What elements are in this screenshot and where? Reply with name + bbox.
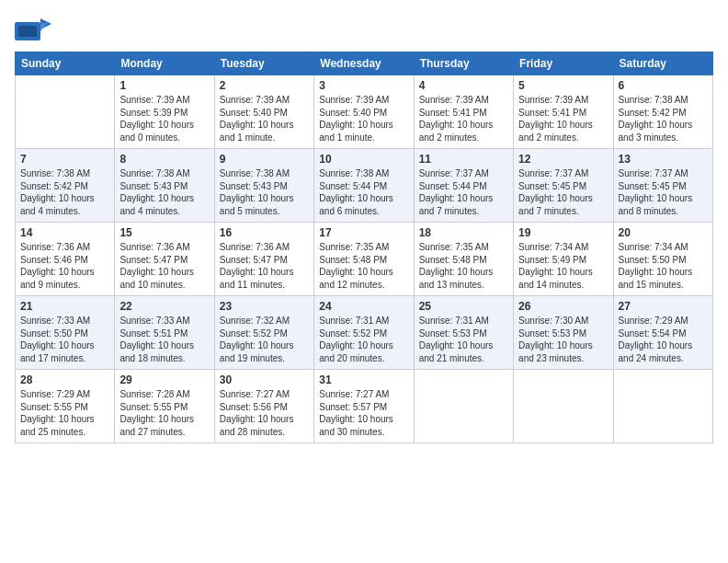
day-number: 21: [20, 300, 109, 313]
calendar-cell: 13Sunrise: 7:37 AM Sunset: 5:45 PM Dayli…: [613, 149, 712, 223]
day-number: 7: [20, 153, 109, 166]
day-number: 20: [619, 226, 708, 239]
calendar-week-4: 21Sunrise: 7:33 AM Sunset: 5:50 PM Dayli…: [16, 296, 713, 370]
day-info: Sunrise: 7:33 AM Sunset: 5:51 PM Dayligh…: [119, 315, 209, 364]
day-info: Sunrise: 7:37 AM Sunset: 5:44 PM Dayligh…: [419, 167, 508, 217]
calendar-cell: 22Sunrise: 7:33 AM Sunset: 5:51 PM Dayli…: [115, 296, 214, 370]
day-info: Sunrise: 7:29 AM Sunset: 5:54 PM Dayligh…: [619, 315, 708, 364]
calendar-header-saturday: Saturday: [613, 52, 712, 75]
calendar-cell: 24Sunrise: 7:31 AM Sunset: 5:52 PM Dayli…: [314, 296, 414, 370]
day-number: 8: [119, 153, 209, 166]
day-number: 9: [220, 153, 309, 166]
day-number: 19: [518, 226, 608, 239]
day-number: 14: [20, 226, 109, 239]
day-info: Sunrise: 7:38 AM Sunset: 5:43 PM Dayligh…: [119, 167, 209, 217]
day-info: Sunrise: 7:36 AM Sunset: 5:46 PM Dayligh…: [20, 241, 109, 291]
day-number: 28: [20, 373, 109, 386]
calendar-cell: 12Sunrise: 7:37 AM Sunset: 5:45 PM Dayli…: [514, 149, 613, 223]
day-info: Sunrise: 7:39 AM Sunset: 5:41 PM Dayligh…: [518, 94, 608, 144]
calendar-cell: 9Sunrise: 7:38 AM Sunset: 5:43 PM Daylig…: [214, 149, 313, 223]
calendar-cell: 29Sunrise: 7:28 AM Sunset: 5:55 PM Dayli…: [115, 370, 214, 443]
calendar-cell: [16, 75, 115, 149]
day-number: 13: [619, 153, 708, 166]
day-number: 25: [419, 300, 508, 313]
day-info: Sunrise: 7:39 AM Sunset: 5:39 PM Dayligh…: [119, 94, 209, 144]
day-number: 10: [319, 153, 408, 166]
day-info: Sunrise: 7:38 AM Sunset: 5:42 PM Dayligh…: [20, 167, 109, 217]
day-info: Sunrise: 7:36 AM Sunset: 5:47 PM Dayligh…: [220, 241, 309, 291]
calendar-week-1: 1Sunrise: 7:39 AM Sunset: 5:39 PM Daylig…: [16, 75, 713, 149]
day-number: 4: [419, 79, 508, 92]
day-info: Sunrise: 7:38 AM Sunset: 5:42 PM Dayligh…: [619, 94, 708, 144]
day-number: 23: [220, 300, 309, 313]
day-info: Sunrise: 7:37 AM Sunset: 5:45 PM Dayligh…: [619, 167, 708, 217]
day-info: Sunrise: 7:34 AM Sunset: 5:49 PM Dayligh…: [518, 241, 608, 291]
calendar-header-sunday: Sunday: [16, 52, 115, 75]
calendar-week-2: 7Sunrise: 7:38 AM Sunset: 5:42 PM Daylig…: [16, 149, 713, 223]
day-info: Sunrise: 7:38 AM Sunset: 5:44 PM Dayligh…: [319, 167, 408, 217]
day-info: Sunrise: 7:35 AM Sunset: 5:48 PM Dayligh…: [419, 241, 508, 291]
calendar-header-thursday: Thursday: [414, 52, 513, 75]
calendar-cell: 4Sunrise: 7:39 AM Sunset: 5:41 PM Daylig…: [414, 75, 513, 149]
day-number: 11: [419, 153, 508, 166]
calendar-cell: 14Sunrise: 7:36 AM Sunset: 5:46 PM Dayli…: [16, 223, 115, 296]
day-number: 16: [220, 226, 309, 239]
day-info: Sunrise: 7:34 AM Sunset: 5:50 PM Dayligh…: [619, 241, 708, 291]
day-number: 17: [319, 226, 408, 239]
calendar-cell: 8Sunrise: 7:38 AM Sunset: 5:43 PM Daylig…: [115, 149, 214, 223]
day-number: 27: [619, 300, 708, 313]
calendar-cell: 26Sunrise: 7:30 AM Sunset: 5:53 PM Dayli…: [514, 296, 613, 370]
calendar-cell: 7Sunrise: 7:38 AM Sunset: 5:42 PM Daylig…: [16, 149, 115, 223]
day-info: Sunrise: 7:31 AM Sunset: 5:52 PM Dayligh…: [319, 315, 408, 364]
calendar-cell: 19Sunrise: 7:34 AM Sunset: 5:49 PM Dayli…: [514, 223, 613, 296]
calendar-cell: 27Sunrise: 7:29 AM Sunset: 5:54 PM Dayli…: [613, 296, 712, 370]
day-number: 6: [619, 79, 708, 92]
day-number: 31: [319, 373, 408, 386]
calendar-cell: 31Sunrise: 7:27 AM Sunset: 5:57 PM Dayli…: [314, 370, 414, 443]
day-info: Sunrise: 7:33 AM Sunset: 5:50 PM Dayligh…: [20, 315, 109, 364]
day-info: Sunrise: 7:39 AM Sunset: 5:40 PM Dayligh…: [319, 94, 408, 144]
day-number: 2: [220, 79, 309, 92]
calendar-header-wednesday: Wednesday: [314, 52, 414, 75]
calendar-cell: 20Sunrise: 7:34 AM Sunset: 5:50 PM Dayli…: [613, 223, 712, 296]
calendar-week-3: 14Sunrise: 7:36 AM Sunset: 5:46 PM Dayli…: [16, 223, 713, 296]
calendar-cell: 23Sunrise: 7:32 AM Sunset: 5:52 PM Dayli…: [214, 296, 313, 370]
day-info: Sunrise: 7:39 AM Sunset: 5:40 PM Dayligh…: [220, 94, 309, 144]
calendar-cell: [613, 370, 712, 443]
calendar-cell: 15Sunrise: 7:36 AM Sunset: 5:47 PM Dayli…: [115, 223, 214, 296]
calendar-cell: 2Sunrise: 7:39 AM Sunset: 5:40 PM Daylig…: [214, 75, 313, 149]
svg-rect-1: [18, 26, 37, 37]
day-info: Sunrise: 7:37 AM Sunset: 5:45 PM Dayligh…: [518, 167, 608, 217]
calendar-cell: 25Sunrise: 7:31 AM Sunset: 5:53 PM Dayli…: [414, 296, 513, 370]
calendar-cell: [514, 370, 613, 443]
calendar-cell: 5Sunrise: 7:39 AM Sunset: 5:41 PM Daylig…: [514, 75, 613, 149]
day-number: 26: [518, 300, 608, 313]
day-number: 5: [518, 79, 608, 92]
day-info: Sunrise: 7:27 AM Sunset: 5:57 PM Dayligh…: [319, 388, 408, 438]
day-number: 3: [319, 79, 408, 92]
calendar-cell: 1Sunrise: 7:39 AM Sunset: 5:39 PM Daylig…: [115, 75, 214, 149]
day-number: 24: [319, 300, 408, 313]
day-info: Sunrise: 7:28 AM Sunset: 5:55 PM Dayligh…: [119, 388, 209, 438]
calendar-cell: 21Sunrise: 7:33 AM Sunset: 5:50 PM Dayli…: [16, 296, 115, 370]
day-info: Sunrise: 7:31 AM Sunset: 5:53 PM Dayligh…: [419, 315, 508, 364]
calendar-cell: 28Sunrise: 7:29 AM Sunset: 5:55 PM Dayli…: [16, 370, 115, 443]
day-number: 18: [419, 226, 508, 239]
day-info: Sunrise: 7:32 AM Sunset: 5:52 PM Dayligh…: [220, 315, 309, 364]
logo: [15, 15, 55, 44]
calendar-header-friday: Friday: [514, 52, 613, 75]
day-number: 30: [220, 373, 309, 386]
day-info: Sunrise: 7:30 AM Sunset: 5:53 PM Dayligh…: [518, 315, 608, 364]
day-info: Sunrise: 7:39 AM Sunset: 5:41 PM Dayligh…: [419, 94, 508, 144]
calendar-cell: 6Sunrise: 7:38 AM Sunset: 5:42 PM Daylig…: [613, 75, 712, 149]
calendar-cell: 16Sunrise: 7:36 AM Sunset: 5:47 PM Dayli…: [214, 223, 313, 296]
calendar-cell: 30Sunrise: 7:27 AM Sunset: 5:56 PM Dayli…: [214, 370, 313, 443]
day-info: Sunrise: 7:36 AM Sunset: 5:47 PM Dayligh…: [119, 241, 209, 291]
calendar-header-monday: Monday: [115, 52, 214, 75]
calendar-cell: 3Sunrise: 7:39 AM Sunset: 5:40 PM Daylig…: [314, 75, 414, 149]
calendar-table: SundayMondayTuesdayWednesdayThursdayFrid…: [15, 52, 713, 443]
calendar-cell: 10Sunrise: 7:38 AM Sunset: 5:44 PM Dayli…: [314, 149, 414, 223]
calendar-cell: 18Sunrise: 7:35 AM Sunset: 5:48 PM Dayli…: [414, 223, 513, 296]
calendar-cell: 11Sunrise: 7:37 AM Sunset: 5:44 PM Dayli…: [414, 149, 513, 223]
calendar-cell: [414, 370, 513, 443]
